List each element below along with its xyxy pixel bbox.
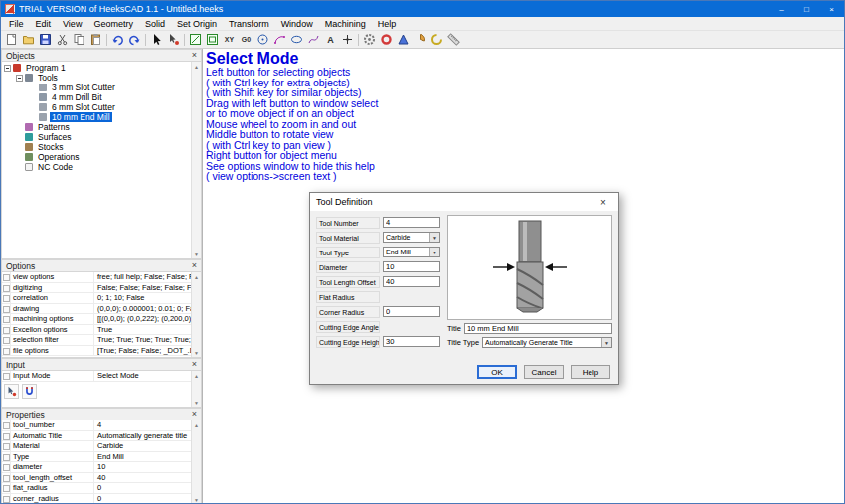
input-mode-row[interactable]: Input ModeSelect Mode bbox=[2, 371, 201, 382]
tree-item-drill-bit-4mm[interactable]: 4 mm Drill Bit bbox=[2, 92, 201, 102]
ellipse-icon[interactable] bbox=[288, 32, 305, 48]
menu-transform[interactable]: Transform bbox=[223, 17, 275, 30]
menu-help[interactable]: Help bbox=[372, 17, 403, 30]
scroll-up-icon[interactable]: ▲ bbox=[194, 371, 199, 380]
scroll-down-icon[interactable]: ▼ bbox=[194, 398, 199, 407]
coords-xy-icon[interactable]: XY bbox=[221, 32, 238, 48]
pick-arrow-icon[interactable] bbox=[4, 384, 19, 399]
options-panel-close-icon[interactable]: × bbox=[192, 261, 197, 270]
expander-icon[interactable] bbox=[2, 371, 11, 381]
option-row[interactable]: drawing(0,0,0); 0.000001; 0.01; 0; Fals bbox=[2, 304, 201, 315]
expander-icon[interactable] bbox=[2, 473, 11, 483]
property-row[interactable]: corner_radius0 bbox=[2, 494, 201, 504]
corner-radius-input[interactable] bbox=[383, 306, 440, 317]
option-row[interactable]: view optionsfree; full help; False; Fals… bbox=[2, 272, 201, 283]
expander-icon[interactable] bbox=[4, 65, 11, 72]
title-input[interactable] bbox=[464, 323, 612, 334]
dialog-close-icon[interactable]: × bbox=[589, 197, 618, 208]
expander-icon[interactable] bbox=[2, 494, 11, 504]
tool-length-offset-input[interactable] bbox=[383, 276, 440, 287]
gear-icon[interactable] bbox=[361, 32, 378, 48]
tool-type-select[interactable]: End Mill▼ bbox=[383, 247, 440, 257]
paste-icon[interactable] bbox=[87, 32, 104, 48]
menu-edit[interactable]: Edit bbox=[30, 17, 58, 30]
expander-icon[interactable] bbox=[2, 452, 11, 462]
properties-panel-close-icon[interactable]: × bbox=[192, 410, 197, 419]
expander-icon[interactable] bbox=[16, 75, 23, 82]
copy-icon[interactable] bbox=[71, 32, 87, 48]
tree-item-tools[interactable]: Tools bbox=[2, 73, 201, 83]
objects-scrollbar[interactable]: ▲ ▼ bbox=[191, 62, 201, 258]
open-file-icon[interactable] bbox=[20, 32, 37, 48]
option-row[interactable]: selection filterTrue; True; True; True; … bbox=[2, 335, 201, 346]
property-row[interactable]: TypeEnd Mill bbox=[2, 452, 201, 463]
menu-window[interactable]: Window bbox=[275, 17, 319, 30]
cut-icon[interactable] bbox=[54, 32, 71, 48]
magnet-icon[interactable] bbox=[22, 384, 37, 399]
point-icon[interactable] bbox=[339, 32, 356, 48]
expander-icon[interactable] bbox=[2, 441, 11, 451]
scroll-down-icon[interactable]: ▼ bbox=[194, 348, 199, 357]
arc-icon[interactable] bbox=[271, 32, 288, 48]
tool-material-select[interactable]: Carbide▼ bbox=[383, 232, 440, 243]
menu-file[interactable]: File bbox=[3, 17, 30, 30]
tree-item-patterns[interactable]: Patterns bbox=[2, 122, 201, 132]
option-row[interactable]: machining options[[(0,0,0); (0,0,222); (… bbox=[2, 314, 201, 325]
ok-button[interactable]: OK bbox=[477, 365, 517, 379]
property-row[interactable]: Automatic TitleAutomatically generate ti… bbox=[2, 431, 201, 442]
gcode-g0-icon[interactable]: G0 bbox=[238, 32, 254, 48]
tree-item-stocks[interactable]: Stocks bbox=[2, 142, 201, 152]
property-row[interactable]: MaterialCarbide bbox=[2, 441, 201, 452]
scroll-down-icon[interactable]: ▼ bbox=[194, 250, 199, 258]
tree-item-nc-code[interactable]: NC Code bbox=[2, 162, 201, 172]
tree-item-end-mill-10mm[interactable]: 10 mm End Mill bbox=[2, 112, 201, 122]
property-row[interactable]: diameter10 bbox=[2, 462, 201, 473]
expander-icon[interactable] bbox=[2, 431, 11, 441]
expander-icon[interactable] bbox=[2, 335, 11, 345]
tree-item-slot-cutter-6mm[interactable]: 6 mm Slot Cutter bbox=[2, 102, 201, 112]
tree-item-operations[interactable]: Operations bbox=[2, 152, 201, 162]
scroll-up-icon[interactable]: ▲ bbox=[194, 420, 199, 429]
scroll-up-icon[interactable]: ▲ bbox=[194, 62, 199, 71]
arc-segment-icon[interactable] bbox=[428, 32, 445, 48]
objects-panel-close-icon[interactable]: × bbox=[192, 51, 197, 60]
spline-icon[interactable] bbox=[305, 32, 322, 48]
option-row[interactable]: file options[True; False; False; _DOT_.D… bbox=[2, 346, 201, 357]
chamfer-icon[interactable] bbox=[395, 32, 412, 48]
new-file-icon[interactable] bbox=[3, 32, 20, 48]
minimize-button[interactable]: – bbox=[769, 1, 794, 17]
property-row[interactable]: tool_length_offset40 bbox=[2, 473, 201, 484]
menu-solid[interactable]: Solid bbox=[139, 17, 171, 30]
title-type-select[interactable]: Automatically Generate Title▼ bbox=[482, 337, 612, 348]
tree-item-surfaces[interactable]: Surfaces bbox=[2, 132, 201, 142]
fillet-icon[interactable] bbox=[378, 32, 395, 48]
ruler-icon[interactable] bbox=[445, 32, 462, 48]
option-row[interactable]: Excellon optionsTrue bbox=[2, 325, 201, 336]
option-row[interactable]: correlation0; 1; 10; False bbox=[2, 293, 201, 304]
help-button[interactable]: Help bbox=[571, 365, 610, 379]
menu-geometry[interactable]: Geometry bbox=[87, 17, 139, 30]
input-scrollbar[interactable]: ▲ ▼ bbox=[191, 371, 201, 407]
tree-item-slot-cutter-3mm[interactable]: 3 mm Slot Cutter bbox=[2, 83, 201, 92]
diameter-input[interactable] bbox=[383, 261, 440, 272]
cancel-button[interactable]: Cancel bbox=[524, 365, 564, 379]
sketch-rectangle-icon[interactable] bbox=[204, 32, 221, 48]
scroll-down-icon[interactable]: ▼ bbox=[194, 495, 199, 504]
redo-icon[interactable] bbox=[126, 32, 143, 48]
expander-icon[interactable] bbox=[2, 346, 11, 356]
input-panel-close-icon[interactable]: × bbox=[192, 360, 197, 369]
expander-icon[interactable] bbox=[2, 272, 11, 282]
pie-arc-icon[interactable] bbox=[412, 32, 428, 48]
options-scrollbar[interactable]: ▲ ▼ bbox=[191, 272, 201, 357]
menu-machining[interactable]: Machining bbox=[319, 17, 372, 30]
properties-scrollbar[interactable]: ▲ ▼ bbox=[191, 420, 201, 504]
tool-number-input[interactable] bbox=[383, 217, 440, 228]
expander-icon[interactable] bbox=[2, 314, 11, 324]
option-row[interactable]: digitizingFalse; False; False; False; Fa… bbox=[2, 283, 201, 294]
undo-icon[interactable] bbox=[109, 32, 126, 48]
expander-icon[interactable] bbox=[2, 483, 11, 493]
text-icon[interactable]: A bbox=[322, 32, 339, 48]
expander-icon[interactable] bbox=[2, 420, 11, 430]
expander-icon[interactable] bbox=[2, 462, 11, 472]
expander-icon[interactable] bbox=[2, 283, 11, 293]
